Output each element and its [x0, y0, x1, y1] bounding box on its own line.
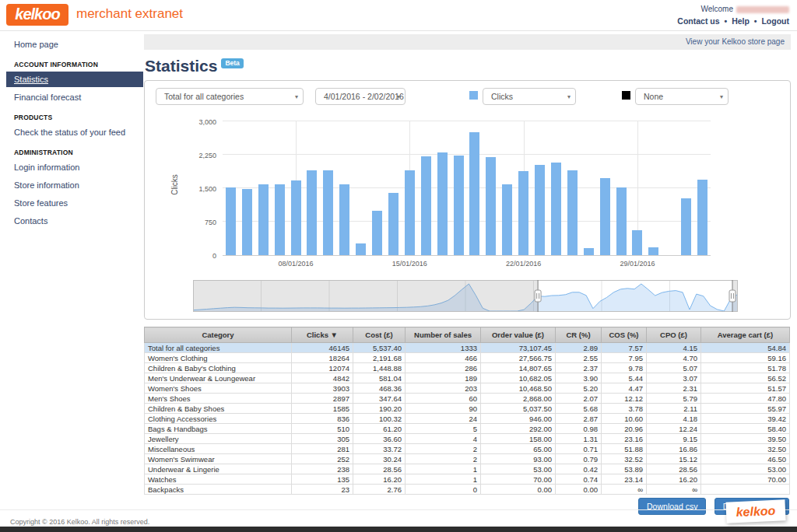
value-cell: 1	[406, 474, 481, 485]
value-cell: 60	[406, 394, 481, 404]
kelkoo-logo[interactable]: kelkoo	[6, 4, 68, 26]
top-nav: Contact us • Help • Logout	[677, 16, 789, 26]
chart-bar[interactable]	[551, 163, 561, 255]
column-header-cpo-[interactable]: CPO (£)	[647, 327, 701, 343]
chart-bar[interactable]	[405, 170, 415, 255]
chart-bar[interactable]	[242, 189, 252, 255]
value-cell: 10,468.50	[481, 383, 556, 394]
logout-link[interactable]: Logout	[761, 16, 789, 26]
metric2-select[interactable]: None ▾	[635, 88, 729, 105]
chart-bar[interactable]	[600, 178, 610, 255]
value-cell: 9.15	[647, 434, 701, 444]
chart-bar[interactable]	[307, 170, 317, 255]
sidebar-item-login-information[interactable]: Login information	[0, 159, 143, 175]
category-cell: Miscellaneous	[145, 444, 292, 454]
chart-bar[interactable]	[697, 180, 707, 255]
chart-bar[interactable]	[275, 184, 285, 255]
value-cell: 135	[292, 474, 353, 485]
sidebar-item-store-features[interactable]: Store features	[0, 195, 143, 211]
range-navigator[interactable]	[193, 280, 738, 312]
chart-bar[interactable]	[632, 230, 642, 255]
welcome-text: Welcome	[677, 5, 789, 13]
metric1-select[interactable]: Clicks ▾	[483, 88, 576, 105]
navigator-mask-left[interactable]	[193, 280, 538, 312]
chart-bar[interactable]	[648, 247, 658, 255]
column-header-cost-[interactable]: Cost (£)	[353, 327, 406, 343]
chart-bar[interactable]	[567, 170, 578, 255]
value-cell: 2.89	[556, 343, 602, 353]
value-cell: 946.00	[481, 414, 556, 424]
chart-bar[interactable]	[616, 187, 627, 255]
sidebar-item-check-the-status-of-your-feed[interactable]: Check the status of your feed	[0, 124, 143, 140]
column-header-order-value-[interactable]: Order value (£)	[481, 327, 556, 343]
value-cell: 65.00	[481, 444, 556, 454]
y-tick-label: 1,500	[170, 185, 216, 193]
chart-bar[interactable]	[486, 157, 496, 255]
contact-us-link[interactable]: Contact us	[677, 16, 719, 26]
category-cell: Watches	[145, 474, 292, 485]
chart-bar[interactable]	[291, 180, 301, 255]
chart-bar[interactable]	[356, 243, 366, 255]
table-row: Jewellery30536.604158.001.3123.169.1539.…	[145, 434, 790, 444]
column-header-clicks[interactable]: Clicks ▼	[292, 327, 353, 343]
value-cell: 61.20	[353, 424, 406, 434]
category-cell: Jewellery	[145, 434, 292, 444]
chart-bar[interactable]	[469, 132, 479, 255]
chart-bar[interactable]	[437, 152, 448, 255]
sidebar-item-contacts[interactable]: Contacts	[0, 213, 143, 229]
chart-bar[interactable]	[258, 184, 269, 255]
chart-bar[interactable]	[454, 156, 464, 255]
help-link[interactable]: Help	[732, 16, 750, 26]
value-cell: 47.80	[701, 394, 790, 404]
value-cell: ∞	[602, 485, 647, 495]
sidebar-section-label: PRODUCTS	[0, 107, 143, 122]
table-row: Bags & Handbags51061.205292.000.9820.961…	[145, 424, 790, 434]
category-cell: Bags & Handbags	[145, 424, 292, 434]
metric1-value: Clicks	[491, 92, 513, 101]
category-cell: Women's Shoes	[145, 383, 292, 394]
column-header-cos-[interactable]: COS (%)	[602, 327, 647, 343]
chart-bar[interactable]	[372, 211, 382, 255]
chart-bar[interactable]	[388, 193, 398, 255]
sidebar-item-statistics[interactable]: Statistics	[6, 72, 143, 87]
column-header-category[interactable]: Category	[145, 327, 292, 343]
bullet-separator: •	[725, 16, 728, 26]
sidebar-item-store-information[interactable]: Store information	[0, 177, 143, 193]
chart-bar[interactable]	[584, 248, 594, 255]
chevron-down-icon: ▾	[397, 89, 400, 105]
chart-bar[interactable]	[502, 184, 512, 255]
bullet-separator: •	[754, 16, 757, 26]
value-cell: 5.20	[556, 383, 602, 394]
value-cell: 70.00	[701, 474, 790, 485]
chart-bar[interactable]	[323, 170, 333, 255]
chart-bar[interactable]	[421, 156, 431, 255]
sidebar-item-financial-forecast[interactable]: Financial forecast	[0, 89, 143, 105]
category-select[interactable]: Total for all categories ▾	[156, 88, 304, 105]
chart-bar[interactable]	[535, 165, 545, 255]
chart-bar[interactable]	[681, 198, 691, 255]
column-header-cr-[interactable]: CR (%)	[556, 327, 602, 343]
chart-bar[interactable]	[339, 184, 349, 255]
navigator-handle-left[interactable]	[535, 290, 541, 302]
chart-bar[interactable]	[518, 171, 528, 255]
table-row: Men's Shoes2897347.64602,868.002.0712.12…	[145, 394, 790, 404]
value-cell: ∞	[647, 485, 701, 495]
column-header-average-cart-[interactable]: Average cart (£)	[701, 327, 790, 343]
table-row: Watches13516.20170.000.7423.1416.2070.00	[145, 474, 790, 485]
top-header: kelkoo merchant extranet Welcome Contact…	[0, 0, 797, 31]
value-cell: 5	[406, 424, 481, 434]
date-range-select[interactable]: 4/01/2016 - 2/02/2016 ▾	[315, 88, 406, 105]
value-cell: 23	[292, 485, 353, 495]
value-cell: 286	[406, 363, 481, 373]
value-cell: 59.16	[701, 353, 790, 363]
view-store-page-link[interactable]: View your Kelkoo store page	[686, 37, 785, 46]
sidebar-item-home-page[interactable]: Home page	[0, 37, 143, 52]
value-cell: 292.00	[481, 424, 556, 434]
navigator-handle-right[interactable]	[729, 290, 736, 302]
column-header-number-of-sales[interactable]: Number of sales	[406, 327, 481, 343]
chart-bar[interactable]	[226, 187, 236, 255]
value-cell: 0.79	[556, 454, 602, 464]
value-cell: 28.56	[647, 464, 701, 474]
download-csv-button[interactable]: Download csv	[638, 498, 706, 515]
table-row: Miscellaneous28133.72265.000.7151.8816.8…	[145, 444, 790, 454]
